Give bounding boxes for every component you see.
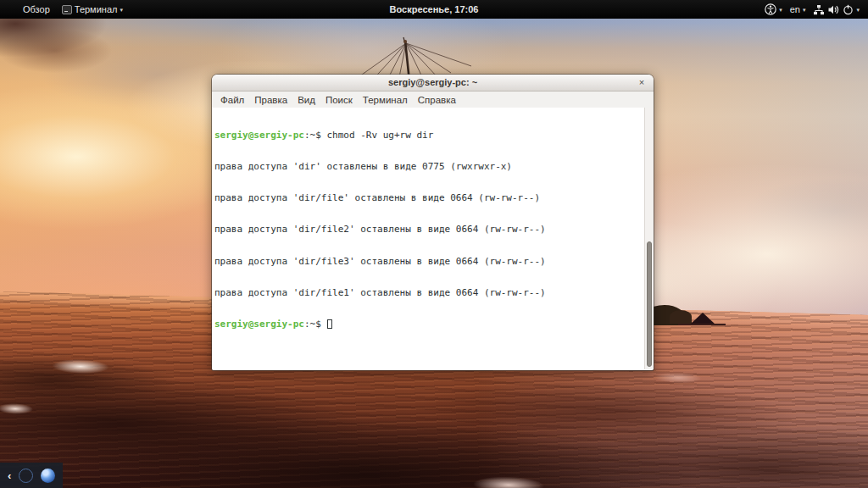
- chevron-down-icon: ▾: [856, 7, 860, 13]
- terminal-cursor: [327, 319, 332, 329]
- window-titlebar[interactable]: sergiy@sergiy-pc: ~ ×: [212, 75, 654, 92]
- menu-terminal[interactable]: Терминал: [358, 92, 413, 108]
- prompt-suffix: :~$: [304, 130, 327, 141]
- blue-sphere-app-icon[interactable]: [41, 469, 55, 483]
- output-line: права доступа 'dir/file' оставлены в вид…: [214, 193, 642, 203]
- ship-mast: [352, 19, 483, 81]
- network-wired-icon: [813, 4, 825, 15]
- prompt-line: sergiy@sergiy-pc:~$: [214, 319, 642, 330]
- power-icon: [843, 4, 854, 15]
- clock-button[interactable]: Воскресенье, 17:06: [0, 4, 868, 14]
- menu-edit[interactable]: Правка: [249, 92, 292, 108]
- menu-file[interactable]: Файл: [215, 92, 249, 108]
- output-line: права доступа 'dir/file3' оставлены в ви…: [214, 257, 642, 267]
- hut-silhouette: [690, 313, 715, 324]
- gnome-top-bar: Обзор Терминал ▾ Воскресенье, 17:06 ▾ en…: [0, 0, 868, 19]
- terminal-window: sergiy@sergiy-pc: ~ × Файл Правка Вид По…: [212, 75, 654, 370]
- terminal-menubar: Файл Правка Вид Поиск Терминал Справка: [212, 92, 654, 108]
- chevron-down-icon: ▾: [803, 7, 806, 13]
- volume-icon: [827, 4, 840, 15]
- shell-prompt: sergiy@sergiy-pc: [214, 319, 304, 330]
- terminal-content[interactable]: sergiy@sergiy-pc:~$ chmod -Rv ug+rw dir …: [212, 108, 654, 369]
- menu-help[interactable]: Справка: [413, 92, 461, 108]
- menu-view[interactable]: Вид: [292, 92, 320, 108]
- system-menu[interactable]: ▾: [813, 4, 860, 15]
- shell-prompt: sergiy@sergiy-pc: [214, 130, 304, 141]
- typed-command: chmod -Rv ug+rw dir: [326, 130, 433, 141]
- keyboard-layout-menu[interactable]: en ▾: [790, 4, 806, 14]
- chevron-down-icon: ▾: [779, 7, 782, 13]
- output-line: права доступа 'dir' оставлены в виде 077…: [214, 162, 642, 172]
- accessibility-icon: [765, 3, 776, 15]
- blue-ring-app-icon[interactable]: [19, 469, 33, 483]
- window-title: sergiy@sergiy-pc: ~: [388, 77, 477, 87]
- app-menu[interactable]: Терминал ▾: [62, 4, 123, 14]
- keyboard-layout-label: en: [790, 4, 800, 14]
- back-chevron-icon[interactable]: ‹: [8, 469, 11, 482]
- terminal-app-icon: [62, 5, 72, 14]
- bottom-left-overlay: ‹: [0, 463, 63, 488]
- prompt-suffix: :~$: [304, 319, 327, 330]
- accessibility-menu[interactable]: ▾: [765, 3, 782, 15]
- terminal-scrollbar[interactable]: [644, 108, 654, 369]
- output-line: права доступа 'dir/file2' оставлены в ви…: [214, 225, 642, 235]
- scrollbar-thumb[interactable]: [647, 241, 652, 367]
- command-line: sergiy@sergiy-pc:~$ chmod -Rv ug+rw dir: [214, 130, 642, 141]
- output-line: права доступа 'dir/file1' оставлены в ви…: [214, 288, 642, 298]
- menu-search[interactable]: Поиск: [320, 92, 358, 108]
- activities-button[interactable]: Обзор: [23, 4, 50, 14]
- chevron-down-icon: ▾: [120, 7, 123, 13]
- app-menu-label: Терминал: [75, 4, 118, 14]
- close-button[interactable]: ×: [636, 75, 648, 91]
- hut-dock-silhouette: [678, 324, 726, 325]
